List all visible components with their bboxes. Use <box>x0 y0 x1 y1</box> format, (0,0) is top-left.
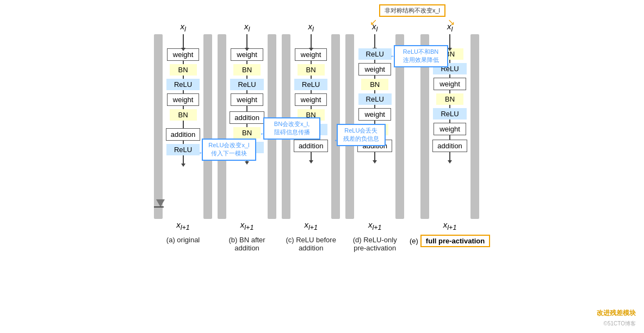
a-bn1: BN <box>170 64 197 76</box>
e-caption-plain: (e) <box>410 237 418 245</box>
c-xi1-label: xl+1 <box>304 220 318 231</box>
e-addition: addition <box>432 140 467 152</box>
e-weight1: weight <box>434 78 466 90</box>
a-gray-bar <box>154 34 163 219</box>
watermark: ©51CTO博客 <box>604 320 636 328</box>
b-addition: addition <box>230 111 264 124</box>
d-callout: ReLU不和BN连用效果降低 <box>394 45 448 67</box>
c-caption: (c) ReLU beforeaddition <box>286 236 336 252</box>
right-orange-arrow: ↘ <box>448 17 455 27</box>
diagrams-row: xl weight BN ReLU weight <box>11 5 633 328</box>
d-weight1: weight <box>358 63 391 76</box>
b-gray-bar <box>218 34 226 219</box>
b-xi1-label: xl+1 <box>240 220 254 231</box>
b-caption: (b) BN afteraddition <box>229 236 265 252</box>
c-weight2: weight <box>295 93 327 106</box>
c-relu1: ReLU <box>294 79 327 90</box>
d-xi1-label: xl+1 <box>368 220 382 231</box>
e-caption-bold: full pre-activation <box>420 235 490 247</box>
a-caption: (a) original <box>166 236 200 244</box>
c-bn1: BN <box>298 64 325 76</box>
e-relu2: ReLU <box>433 108 466 120</box>
a-main: weight BN ReLU weight BN addition ReLU <box>154 34 213 219</box>
a-relu2: ReLU ReLU会改变x_l传入下一模块 ← <box>166 144 200 155</box>
b-callout: BN会改变x_l,阻碍信息传播 <box>263 117 320 140</box>
c-addition: addition ReLU会丢失残差的负信息 ← <box>294 140 329 152</box>
a-addition: addition <box>166 128 201 141</box>
a-nodes: weight BN ReLU weight BN addition ReLU <box>166 34 201 164</box>
a-relu1: ReLU <box>166 79 200 90</box>
diagram-a: xl weight BN ReLU weight <box>154 22 213 244</box>
a-xi1-label: xl+1 <box>176 220 190 231</box>
b-bn1: BN <box>233 64 261 76</box>
main-container: 非对称结构不改变x_l ↙ ↘ xl weight BN <box>0 0 644 333</box>
e-bn2: BN <box>436 93 463 105</box>
b-bn2: BN BN会改变x_l,阻碍信息传播 ← <box>233 127 261 139</box>
a-xi-label: xl <box>180 22 185 33</box>
orange-bracket-arrows: ↙ ↘ <box>370 17 455 27</box>
left-orange-arrow: ↙ <box>370 17 377 27</box>
d-bn1: BN <box>361 79 388 90</box>
a-fat-arrow <box>156 199 165 207</box>
b-xi-label: xl <box>244 22 250 33</box>
d-weight2: weight <box>358 108 391 121</box>
orange-bracket-annotation: 非对称结构不改变x_l ↙ ↘ <box>370 4 455 27</box>
source-label: 改进残差模块 <box>597 309 636 318</box>
e-weight2: weight <box>434 123 466 135</box>
d-relu1: ReLU ReLU不和BN连用效果降低 ← <box>358 48 392 60</box>
b-relu1: ReLU <box>230 79 263 90</box>
a-callout: ReLU会改变x_l传入下一模块 <box>202 139 256 161</box>
c-nodes: weight BN ReLU weight BN ReLU addition R… <box>294 34 329 161</box>
orange-bracket-text: 非对称结构不改变x_l <box>379 4 445 17</box>
a-weight2: weight <box>167 93 200 106</box>
b-main: weight BN ReLU weight addition BN BN会改变x… <box>218 34 276 219</box>
e-xi1-label: xl+1 <box>443 220 457 231</box>
e-caption: (e) full pre-activation <box>410 235 490 247</box>
e-gray-bar2 <box>470 34 479 219</box>
c-callout: ReLU会丢失残差的负信息 <box>337 124 386 146</box>
c-xi-label: xl <box>308 22 314 33</box>
b-weight2: weight <box>231 93 263 106</box>
d-caption: (d) ReLU-onlypre-activation <box>353 236 397 252</box>
a-bn2: BN <box>170 109 197 121</box>
a-gray-bar2 <box>203 34 212 219</box>
diagram-b: xl weight BN ReLU weight addition <box>218 22 276 252</box>
d-relu2: ReLU <box>358 93 392 105</box>
